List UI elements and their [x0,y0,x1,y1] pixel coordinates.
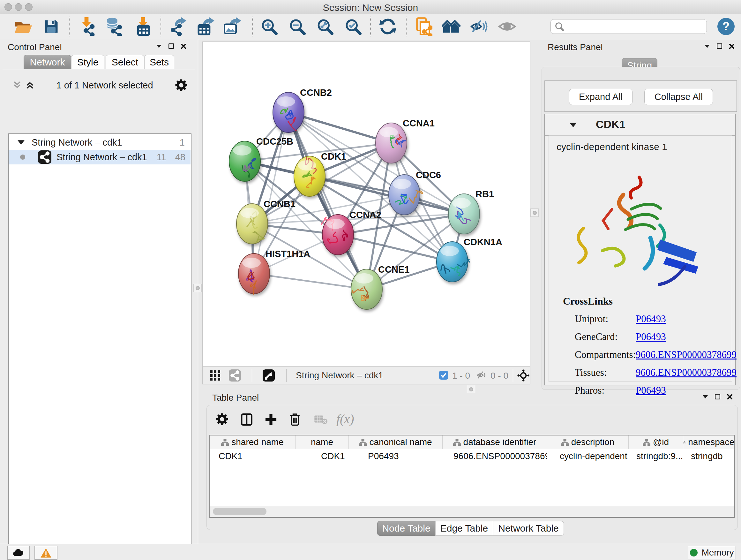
add-column-icon[interactable] [264,413,278,428]
export-network-button[interactable] [167,16,188,37]
node-CCNE1[interactable] [351,269,382,309]
zoom-out-button[interactable] [286,16,308,37]
pan-crosshair-icon[interactable] [517,369,529,383]
clone-network-button[interactable] [413,16,434,37]
export-table-button[interactable] [195,16,216,37]
cell-shared-name[interactable]: CDK1 [210,449,295,463]
tab-style[interactable]: Style [71,55,105,69]
node-section-header[interactable]: CDK1 [545,114,735,136]
show-hidden-button[interactable] [496,16,518,37]
expand-all-button[interactable]: Expand All [569,89,632,105]
node-label: CCNB2 [300,87,332,98]
panel-close-icon[interactable] [729,44,734,49]
memory-button[interactable]: Memory [688,546,736,559]
cell-name[interactable]: CDK1 [295,449,349,463]
column-header[interactable]: name [295,435,349,449]
tab-node-table[interactable]: Node Table [377,521,435,536]
gear-icon[interactable] [174,78,188,92]
table-gear-icon[interactable] [215,412,229,428]
right-splitter-handle[interactable] [530,208,539,217]
crosslink-link[interactable]: P06493 [636,331,666,343]
grid-view-icon[interactable] [210,370,220,382]
network-canvas[interactable]: CCNB2CCNA1CDC25BCDK1CDC6RB1CCNB1CCNA2CDK… [202,42,530,367]
horizontal-scrollbar[interactable] [210,506,734,516]
panel-float-icon[interactable] [169,44,174,49]
open-session-button[interactable] [13,16,34,37]
cell-canonical-name[interactable]: P06493 [349,449,443,463]
cell-database-identifier[interactable]: 9606.ENSP00000378699 [443,449,547,463]
cell-description[interactable]: cyclin-dependent ... [547,449,629,463]
node-RB1[interactable] [448,194,480,234]
crosslink-link[interactable]: P06493 [636,313,666,325]
node-CCNA1[interactable] [376,123,407,163]
crosslink-link[interactable]: 9606.ENSP00000378699 [636,367,737,378]
tab-select[interactable]: Select [106,55,144,69]
left-splitter-handle[interactable] [193,284,202,292]
collapse-all-icon[interactable] [13,81,22,89]
import-network-from-database-button[interactable] [103,16,124,37]
import-network-button[interactable] [76,16,97,37]
hide-selection-button[interactable] [469,16,490,37]
network-graph[interactable]: CCNB2CCNA1CDC25BCDK1CDC6RB1CCNB1CCNA2CDK… [203,42,530,366]
node-CCNB2[interactable] [273,92,304,132]
column-header[interactable]: canonical name [349,435,443,449]
warning-status-button[interactable] [35,546,57,560]
column-header[interactable]: @id [629,435,683,449]
table-row[interactable]: CDK1 CDK1 P06493 9606.ENSP00000378699 cy… [210,449,734,463]
panel-menu-icon[interactable] [704,45,710,48]
network-name: String Network – cdk1 [57,152,147,163]
column-header[interactable]: description [547,435,629,449]
scrollbar-thumb[interactable] [213,508,266,515]
tab-network[interactable]: Network [23,55,71,69]
title-bar: Session: New Session [0,0,741,14]
search-input[interactable] [550,19,707,34]
node-CDKN1A[interactable] [436,242,470,282]
cloud-status-button[interactable] [7,546,30,560]
node-CDK1[interactable] [294,156,325,196]
collapse-all-button[interactable]: Collapse All [644,89,713,105]
tree-expand-icon[interactable] [17,140,24,145]
tab-edge-table[interactable]: Edge Table [435,521,493,536]
export-image-button[interactable] [221,16,243,37]
column-header[interactable]: shared name [210,435,295,449]
table-columns-icon[interactable] [240,413,253,428]
help-button[interactable]: ? [718,18,735,35]
tab-sets[interactable]: Sets [144,55,174,69]
tab-network-table[interactable]: Network Table [493,521,564,536]
export-image-icon [223,17,241,36]
node-table[interactable]: shared name name canonical name database… [209,435,735,518]
import-table-button[interactable] [132,16,153,37]
expand-all-icon[interactable] [25,81,35,89]
cell-id[interactable]: stringdb:9... [629,449,683,463]
panel-float-icon[interactable] [717,44,722,49]
column-header[interactable]: namespace [683,435,734,449]
gene-name: CDK1 [596,118,625,131]
panel-close-icon[interactable] [181,44,186,49]
panel-menu-icon[interactable] [156,45,161,48]
birds-eye-view-icon[interactable] [263,369,275,383]
selected-checkbox[interactable] [439,370,448,381]
hide-all-panels-button[interactable] [441,16,462,37]
zoom-selected-button[interactable] [342,16,363,37]
section-collapse-icon[interactable] [569,123,577,127]
refresh-view-button[interactable] [377,16,398,37]
node-HIST1H1A[interactable] [239,253,270,294]
save-session-button[interactable] [41,16,62,37]
edge[interactable] [254,273,367,289]
column-header[interactable]: database identifier [443,435,547,449]
panel-close-icon[interactable] [727,394,732,399]
panel-menu-icon[interactable] [703,395,708,398]
zoom-in-button[interactable] [259,16,280,37]
network-row-selected[interactable]: String Network – cdk1 11 48 [9,150,191,165]
panel-float-icon[interactable] [715,394,720,399]
cell-namespace[interactable]: stringdb [683,449,734,463]
network-collection-row[interactable]: String Network – cdk1 1 [9,135,191,150]
crosslink-link[interactable]: 9606.ENSP00000378699 [636,349,737,361]
edge[interactable] [288,112,367,289]
node-label: CCNA1 [403,118,434,128]
node-CDC25B[interactable] [229,141,260,181]
delete-column-icon[interactable] [288,412,302,428]
node-CDC6[interactable] [389,175,422,215]
zoom-fit-button[interactable] [314,16,335,37]
node-CCNB1[interactable] [237,204,268,244]
